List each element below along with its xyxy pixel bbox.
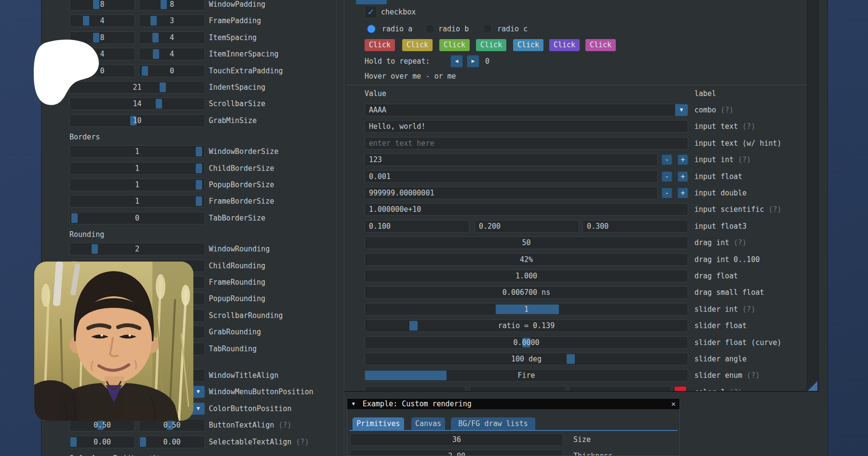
click-button-5[interactable]: Click bbox=[513, 39, 543, 51]
radio-label: radio a bbox=[382, 23, 412, 35]
combo-field[interactable]: AAAA▼ bbox=[365, 104, 688, 116]
help-marker[interactable]: (?) bbox=[764, 205, 782, 214]
widget-label: input float3 bbox=[694, 220, 746, 233]
minus-button[interactable]: - bbox=[662, 188, 672, 198]
tab-primitives[interactable]: Primitives bbox=[353, 417, 404, 430]
help-marker[interactable]: (?) bbox=[738, 305, 755, 314]
render-slider[interactable]: 36 bbox=[350, 433, 563, 446]
help-marker[interactable]: (?) bbox=[716, 106, 733, 114]
field-value: 0.00 bbox=[70, 436, 135, 448]
field-value: 4 bbox=[70, 15, 135, 27]
style-slider[interactable]: 4 bbox=[139, 48, 205, 60]
float3-input[interactable]: 0.300 bbox=[583, 220, 688, 233]
text-input[interactable]: 1.000000e+10 bbox=[365, 203, 688, 216]
widget-label: input text (?) bbox=[694, 120, 755, 133]
style-slider[interactable]: 3 bbox=[139, 14, 205, 27]
minus-button[interactable]: - bbox=[662, 171, 672, 182]
number-input[interactable]: 123 bbox=[365, 153, 658, 166]
click-button-2[interactable]: Click bbox=[402, 39, 433, 51]
style-slider[interactable]: 1 bbox=[69, 195, 205, 207]
style-slider[interactable]: 0 bbox=[139, 65, 205, 77]
plus-button[interactable]: + bbox=[678, 154, 688, 165]
vertical-scrollbar[interactable] bbox=[807, 0, 818, 391]
click-button-4[interactable]: Click bbox=[476, 39, 506, 51]
field-value: 123 bbox=[369, 154, 382, 166]
render-slider-label: Size bbox=[573, 433, 591, 446]
drag-field[interactable]: 42% bbox=[365, 253, 688, 266]
number-input[interactable]: 0.001 bbox=[365, 170, 658, 183]
checkbox[interactable]: ✓ bbox=[365, 6, 377, 18]
radio-radio-b[interactable] bbox=[425, 24, 435, 34]
text-input-with-hint[interactable]: enter text here bbox=[365, 137, 688, 150]
slider-field[interactable]: 1 bbox=[365, 303, 688, 316]
chevron-down-icon[interactable]: ▼ bbox=[192, 403, 204, 415]
help-marker[interactable]: (?) bbox=[292, 438, 309, 446]
style-label: ItemSpacing bbox=[209, 31, 257, 44]
close-icon[interactable]: ✕ bbox=[671, 399, 676, 409]
style-slider[interactable]: 8 bbox=[139, 0, 205, 11]
field-value: 0 bbox=[70, 212, 204, 224]
plus-button[interactable]: + bbox=[678, 188, 688, 198]
help-marker[interactable]: (?) bbox=[729, 238, 746, 247]
slider-field[interactable]: Fire bbox=[365, 369, 688, 382]
style-slider[interactable]: 1 bbox=[69, 162, 205, 175]
text-input[interactable]: Hello, world! bbox=[365, 120, 688, 133]
radio-radio-a[interactable] bbox=[366, 24, 376, 34]
help-marker[interactable]: (?) bbox=[144, 454, 161, 456]
resize-grip-icon[interactable] bbox=[808, 381, 817, 391]
minus-button[interactable]: - bbox=[662, 154, 672, 165]
help-marker[interactable]: (?) bbox=[742, 371, 760, 380]
field-value: 0.0000 bbox=[365, 337, 688, 348]
style-label: SelectableTextAlign (?) bbox=[209, 436, 309, 448]
style-slider[interactable]: 10 bbox=[69, 114, 205, 127]
drag-field[interactable]: 1.000 bbox=[365, 270, 688, 282]
radio-label: radio c bbox=[497, 23, 528, 35]
field-value: 0.001 bbox=[369, 171, 391, 182]
help-marker[interactable]: (?) bbox=[274, 421, 291, 429]
repeat-right-button[interactable]: ▶ bbox=[467, 55, 479, 68]
click-button-1[interactable]: Click bbox=[365, 39, 395, 51]
click-button-3[interactable]: Click bbox=[439, 39, 470, 51]
style-slider[interactable]: 4 bbox=[69, 14, 135, 27]
radio-radio-c[interactable] bbox=[483, 24, 492, 34]
panel-divider-left bbox=[336, 0, 337, 456]
click-button-7[interactable]: Click bbox=[585, 39, 616, 51]
style-slider[interactable]: 0 bbox=[69, 212, 205, 224]
slider-field[interactable]: ratio = 0.139 bbox=[365, 319, 688, 332]
style-slider[interactable]: 2 bbox=[69, 243, 205, 255]
style-slider[interactable]: 4 bbox=[139, 31, 205, 44]
slider-field[interactable]: 100 deg bbox=[365, 353, 688, 365]
style-slider[interactable]: 1 bbox=[69, 145, 205, 158]
window-titlebar[interactable]: ▼ Example: Custom rendering ✕ bbox=[347, 399, 679, 409]
style-label: ChildRounding bbox=[209, 260, 265, 272]
float3-input[interactable]: 0.200 bbox=[475, 220, 579, 233]
float3-input[interactable]: 0.100 bbox=[365, 220, 469, 233]
chevron-down-icon[interactable]: ▼ bbox=[675, 104, 688, 116]
drag-field[interactable]: 50 bbox=[365, 236, 688, 249]
tab-canvas[interactable]: Canvas bbox=[411, 417, 445, 430]
style-slider[interactable]: 0.50 bbox=[69, 419, 135, 431]
click-button-6[interactable]: Click bbox=[549, 39, 580, 51]
widget-label: drag float bbox=[694, 270, 738, 282]
style-slider[interactable]: 8 bbox=[69, 0, 135, 11]
style-slider[interactable]: 1 bbox=[69, 179, 205, 191]
render-slider[interactable]: 2.00 bbox=[350, 450, 563, 456]
style-slider[interactable]: 0.00 bbox=[139, 436, 205, 448]
tab-bg-fg-draw-lists[interactable]: BG/FG draw lists bbox=[451, 417, 535, 430]
chevron-down-icon[interactable]: ▼ bbox=[192, 386, 204, 398]
plus-button[interactable]: + bbox=[678, 171, 688, 182]
help-marker[interactable]: (?) bbox=[738, 122, 755, 131]
slider-field[interactable]: 0.0000 bbox=[365, 336, 688, 349]
style-label: WindowTitleAlign bbox=[209, 369, 279, 382]
style-slider[interactable]: 0.50 bbox=[139, 419, 205, 431]
button-partial[interactable] bbox=[356, 0, 387, 4]
help-marker[interactable]: (?) bbox=[733, 155, 751, 164]
field-value: 0.200 bbox=[479, 221, 501, 232]
drag-field[interactable]: 0.006700 ns bbox=[365, 286, 688, 299]
widget-label: input float bbox=[694, 170, 742, 183]
number-input[interactable]: 999999.00000001 bbox=[365, 187, 658, 199]
style-slider[interactable]: 0.00 bbox=[69, 436, 135, 448]
repeat-left-button[interactable]: ◀ bbox=[450, 55, 463, 68]
widget-label: slider int (?) bbox=[694, 303, 755, 316]
collapse-arrow-icon[interactable]: ▼ bbox=[352, 399, 355, 409]
